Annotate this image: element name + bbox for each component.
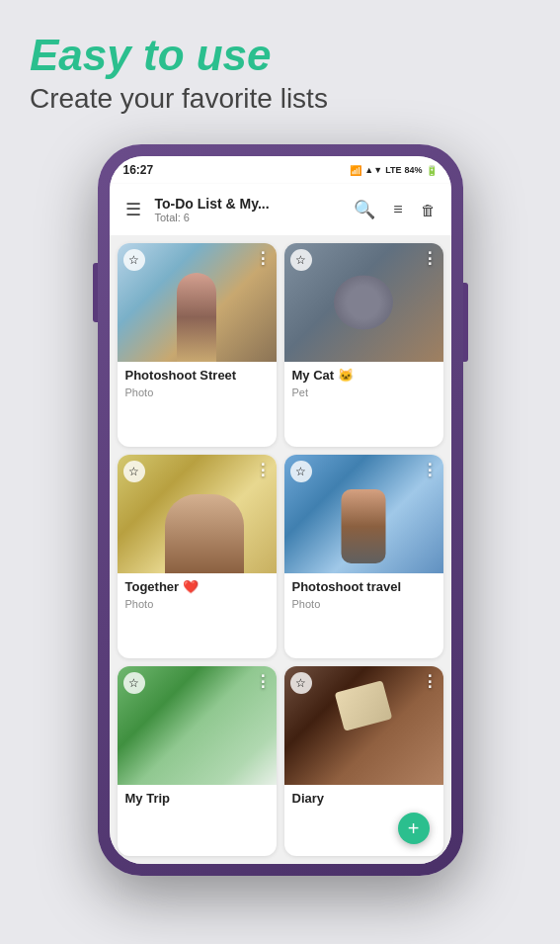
status-time: 16:27 — [123, 163, 154, 177]
card-menu-photoshoot-street[interactable]: ⋮ — [255, 249, 271, 268]
card-together[interactable]: ☆ ⋮ Together ❤️ Photo — [118, 455, 277, 658]
phone-wrapper: 16:27 📶 ▲▼ LTE 84% 🔋 ☰ To-Do List & My..… — [98, 144, 463, 876]
card-menu-photoshoot-travel[interactable]: ⋮ — [422, 461, 438, 479]
card-body-together: Together ❤️ Photo — [118, 573, 277, 618]
card-star-photoshoot-travel[interactable]: ☆ — [290, 461, 312, 482]
card-tag-together: Photo — [125, 598, 269, 610]
hamburger-icon[interactable]: ☰ — [121, 195, 145, 224]
sub-title: Create your favorite lists — [30, 83, 530, 115]
card-tag-my-cat: Pet — [292, 386, 436, 398]
app-bar-subtitle: Total: 6 — [155, 212, 341, 223]
card-body-photoshoot-travel: Photoshoot travel Photo — [284, 573, 443, 618]
battery-label: 84% — [404, 165, 422, 175]
card-title-together: Together ❤️ — [125, 579, 269, 596]
delete-icon[interactable]: 🗑 — [417, 198, 440, 222]
phone-shell: 16:27 📶 ▲▼ LTE 84% 🔋 ☰ To-Do List & My..… — [98, 144, 463, 876]
fab-button[interactable]: + — [398, 813, 430, 844]
card-diary[interactable]: ☆ ⋮ Diary + — [284, 666, 443, 856]
card-menu-diary[interactable]: ⋮ — [422, 672, 438, 691]
status-bar: 16:27 📶 ▲▼ LTE 84% 🔋 — [110, 156, 451, 184]
card-photoshoot-travel[interactable]: ☆ ⋮ Photoshoot travel Photo — [284, 455, 443, 658]
battery-icon: 🔋 — [426, 165, 438, 176]
main-title: Easy to use — [30, 32, 530, 79]
phone-screen: 16:27 📶 ▲▼ LTE 84% 🔋 ☰ To-Do List & My..… — [110, 156, 451, 864]
card-menu-my-trip[interactable]: ⋮ — [255, 672, 271, 691]
card-tag-photoshoot-street: Photo — [125, 386, 269, 398]
scroll-content: ☆ ⋮ Photoshoot Street Photo ☆ ⋮ My — [110, 235, 451, 864]
card-my-cat[interactable]: ☆ ⋮ My Cat 🐱 Pet — [284, 243, 443, 447]
card-title-my-cat: My Cat 🐱 — [292, 368, 436, 385]
card-menu-my-cat[interactable]: ⋮ — [422, 249, 438, 268]
card-image-my-trip: ☆ ⋮ — [118, 666, 277, 785]
card-tag-photoshoot-travel: Photo — [292, 598, 436, 610]
card-menu-together[interactable]: ⋮ — [255, 461, 271, 479]
app-bar: ☰ To-Do List & My... Total: 6 🔍 ≡ 🗑 — [110, 184, 451, 235]
card-image-my-cat: ☆ ⋮ — [284, 243, 443, 362]
card-body-my-trip: My Trip — [118, 785, 277, 815]
status-icons: 📶 ▲▼ LTE 84% 🔋 — [350, 165, 437, 176]
filter-icon[interactable]: ≡ — [389, 197, 406, 222]
app-bar-title: To-Do List & My... Total: 6 — [155, 196, 341, 223]
card-my-trip[interactable]: ☆ ⋮ My Trip — [118, 666, 277, 856]
card-star-diary[interactable]: ☆ — [290, 672, 312, 694]
card-image-diary: ☆ ⋮ — [284, 666, 443, 785]
search-icon[interactable]: 🔍 — [350, 195, 379, 224]
card-title-diary: Diary — [292, 791, 436, 808]
wifi-icon: 📶 — [350, 165, 361, 176]
header-section: Easy to use Create your favorite lists — [0, 0, 560, 134]
card-star-my-trip[interactable]: ☆ — [123, 672, 145, 694]
lte-label: LTE — [385, 165, 401, 175]
card-body-photoshoot-street: Photoshoot Street Photo — [118, 362, 277, 406]
card-title-photoshoot-street: Photoshoot Street — [125, 368, 269, 385]
card-star-together[interactable]: ☆ — [123, 461, 145, 482]
card-title-photoshoot-travel: Photoshoot travel — [292, 579, 436, 596]
card-title-my-trip: My Trip — [125, 791, 269, 808]
card-body-my-cat: My Cat 🐱 Pet — [284, 362, 443, 406]
card-image-photoshoot-travel: ☆ ⋮ — [284, 455, 443, 573]
signal-icon: ▲▼ — [364, 165, 382, 175]
card-photoshoot-street[interactable]: ☆ ⋮ Photoshoot Street Photo — [118, 243, 277, 447]
card-body-diary: Diary — [284, 785, 443, 815]
app-bar-title-text: To-Do List & My... — [155, 196, 341, 212]
card-star-my-cat[interactable]: ☆ — [290, 249, 312, 271]
card-star-photoshoot-street[interactable]: ☆ — [123, 249, 145, 271]
card-image-photoshoot-street: ☆ ⋮ — [118, 243, 277, 362]
card-image-together: ☆ ⋮ — [118, 455, 277, 573]
